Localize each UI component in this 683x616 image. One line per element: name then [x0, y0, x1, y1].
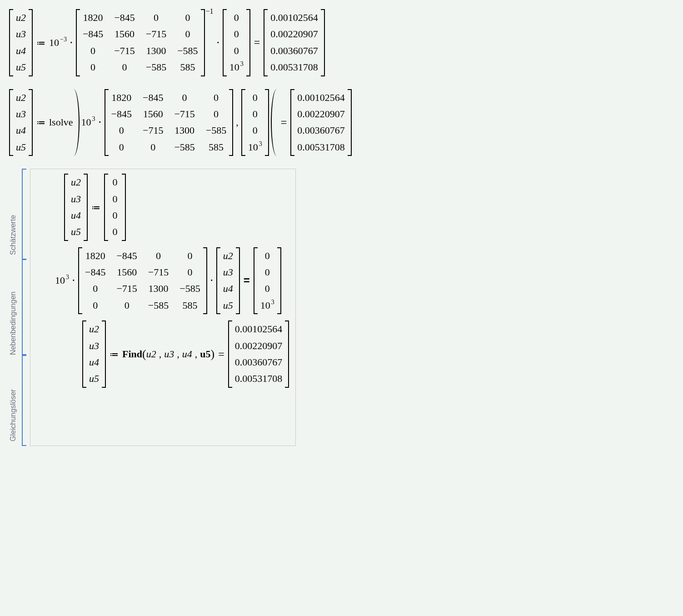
result-vector: 0.00102564 0.00220907 0.00360767 0.00531…: [264, 9, 325, 76]
assign-op: ≔: [36, 117, 45, 128]
equals-op: =: [254, 36, 260, 49]
rhs-vector: 0 0 0 103: [254, 247, 281, 315]
ten-to-minus3: 10 −3: [49, 37, 67, 49]
rhs-vector: 0 0 0 103: [241, 89, 269, 156]
assign-op: ≔: [91, 202, 100, 213]
stiffness-matrix: 1820−84500 −8451560−7150 0−7151300−585 0…: [105, 89, 234, 156]
find-result: u2 u3 u4 u5 ≔ Find ( u2 , u3 , u4 , u5 ): [82, 321, 289, 388]
u-vector: u2 u3 u4 u5: [9, 89, 33, 156]
ten-to-plus3: 10 3: [55, 275, 69, 286]
solve-block-body: u2 u3 u4 u5 ≔ 0 0 0 0: [30, 169, 296, 446]
constraint-equation: 10 3 ⋅ 1820−84500 −8451560−7150 0−715130…: [55, 247, 289, 315]
assign-op: ≔: [36, 37, 45, 48]
equation-lsolve: u2 u3 u4 u5 ≔ lsolve 10 3 ⋅ 1820−84500 −…: [9, 89, 674, 156]
label-schatzwerte: Schätzwerte: [9, 215, 17, 255]
u-entry: u2: [16, 12, 26, 24]
lsolve-args: 10 3 ⋅ 1820−84500 −8451560−7150 0−715130…: [73, 89, 277, 156]
u-vector: u2 u3 u4 u5: [9, 9, 33, 76]
multiply-op: ⋅: [70, 36, 73, 49]
equation-inverse-solve: u2 u3 u4 u5 ≔ 10 −3 ⋅ 1820−84500 −845156…: [9, 9, 674, 76]
u-entry: u5: [16, 61, 26, 73]
solve-block-labels: Schätzwerte Nebenbedingungen Gleichungsl…: [9, 169, 19, 446]
solve-block-rail: [22, 169, 29, 446]
inverse-exponent: −1: [206, 7, 214, 15]
stiffness-matrix: 1820−84500 −8451560−7150 0−7151300−585 0…: [78, 247, 207, 315]
equals-op: =: [218, 348, 224, 361]
find-keyword: Find: [122, 348, 142, 360]
find-arg: u2: [146, 348, 156, 360]
guess-values: u2 u3 u4 u5 ≔ 0 0 0 0: [64, 174, 289, 241]
find-arg: u3: [164, 348, 174, 360]
u-entry: u4: [16, 45, 26, 57]
rhs-entry-power: 103: [229, 61, 244, 73]
solve-block: Schätzwerte Nebenbedingungen Gleichungsl…: [9, 169, 674, 446]
arg-separator: ,: [236, 116, 239, 128]
label-gleichungsloser: Gleichungslöser: [9, 389, 17, 441]
stiffness-matrix: 1820−84500 −8451560−7150 0−7151300−585 0…: [76, 9, 205, 76]
u-vector: u2 u3 u4 u5: [216, 247, 240, 315]
find-call: ( u2 , u3 , u4 , u5 ): [142, 347, 214, 361]
u-entry: u3: [16, 28, 26, 40]
u-vector: u2 u3 u4 u5: [82, 321, 106, 388]
zero-vector: 0 0 0 0: [104, 174, 126, 241]
find-arg-bold: u5: [200, 348, 210, 360]
label-nebenbedingungen: Nebenbedingungen: [9, 291, 17, 355]
constraint-equals: =: [244, 274, 250, 287]
result-vector: 0.00102564 0.00220907 0.00360767 0.00531…: [228, 321, 289, 388]
assign-op: ≔: [110, 349, 119, 360]
multiply-op: ⋅: [216, 36, 220, 49]
rhs-vector: 0 0 0 103: [223, 9, 250, 76]
u-vector: u2 u3 u4 u5: [64, 174, 88, 241]
result-vector: 0.00102564 0.00220907 0.00360767 0.00531…: [290, 89, 352, 156]
find-arg: u4: [182, 348, 192, 360]
ten-to-plus3: 10 3: [81, 116, 95, 128]
